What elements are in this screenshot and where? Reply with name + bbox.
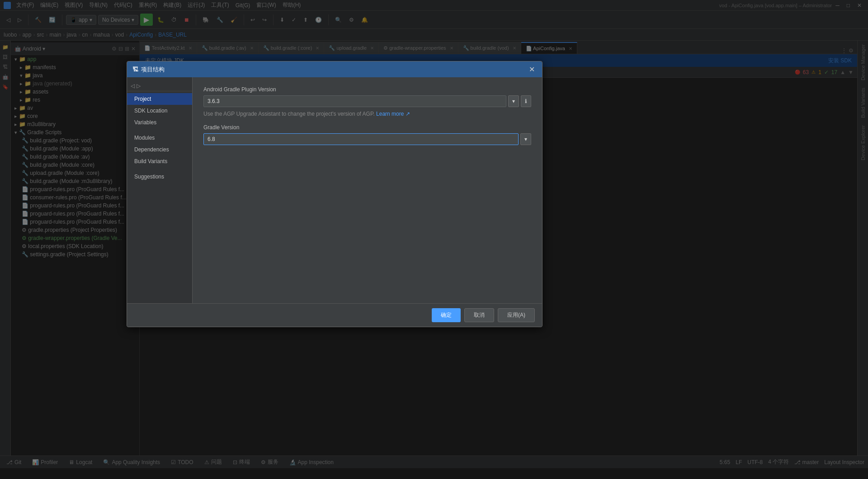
dialog-overlay: 🏗 项目结构 ✕ ◁ ▷ Project SDK Location Variab… <box>0 0 868 479</box>
dialog-sidebar: ◁ ▷ Project SDK Location Variables Modul… <box>127 77 193 303</box>
agp-version-input[interactable] <box>203 95 506 107</box>
agp-info-btn[interactable]: ℹ <box>521 95 531 107</box>
dialog-title: 🏗 项目结构 <box>132 66 165 74</box>
dialog-title-label: 项目结构 <box>141 66 165 74</box>
nav-project[interactable]: Project <box>127 93 192 105</box>
agp-hint: Use the AGP Upgrade Assistant to change … <box>203 111 531 117</box>
gradle-input-row: ▾ <box>203 133 531 145</box>
nav-build-variants[interactable]: Build Variants <box>127 155 192 167</box>
dialog-close-btn[interactable]: ✕ <box>527 65 537 74</box>
apply-button[interactable]: 应用(A) <box>498 308 535 322</box>
dialog-title-icon: 🏗 <box>132 66 138 73</box>
learn-more-link[interactable]: Learn more ↗ <box>376 111 410 117</box>
agp-dropdown-btn[interactable]: ▾ <box>508 95 519 107</box>
nav-suggestions[interactable]: Suggestions <box>127 171 192 183</box>
nav-sdk-location[interactable]: SDK Location <box>127 105 192 117</box>
nav-forward-btn[interactable]: ▷ <box>137 83 141 89</box>
dialog-content: Android Gradle Plugin Version ▾ ℹ Use th… <box>193 77 542 303</box>
agp-input-row: ▾ ℹ <box>203 95 531 107</box>
dialog-footer: 确定 取消 应用(A) <box>127 303 542 327</box>
nav-modules[interactable]: Modules <box>127 132 192 144</box>
cancel-button[interactable]: 取消 <box>464 308 494 322</box>
agp-label: Android Gradle Plugin Version <box>203 86 531 93</box>
gradle-dropdown-btn[interactable]: ▾ <box>520 133 531 145</box>
gradle-version-input[interactable] <box>203 133 519 145</box>
nav-dependencies[interactable]: Dependencies <box>127 144 192 155</box>
nav-back-btn[interactable]: ◁ <box>131 83 135 89</box>
nav-variables[interactable]: Variables <box>127 117 192 128</box>
dialog-body: ◁ ▷ Project SDK Location Variables Modul… <box>127 77 542 303</box>
dialog-titlebar: 🏗 项目结构 ✕ <box>127 61 542 77</box>
ok-button[interactable]: 确定 <box>432 308 461 322</box>
gradle-label: Gradle Version <box>203 124 531 131</box>
project-structure-dialog: 🏗 项目结构 ✕ ◁ ▷ Project SDK Location Variab… <box>127 61 542 327</box>
